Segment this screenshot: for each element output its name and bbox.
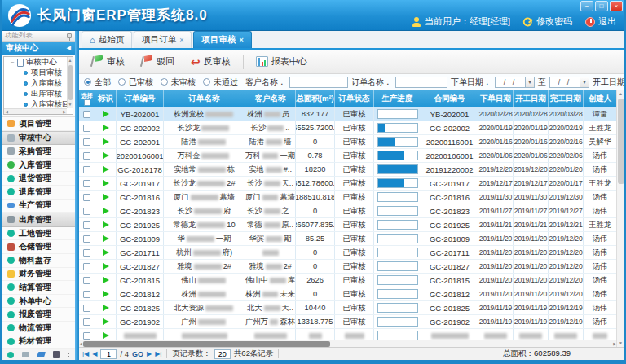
grid-row[interactable]: GC-201809 华一期 华滨期 85.25 已审核 GC-201809 20…: [79, 232, 616, 246]
radio-approved[interactable]: [118, 78, 126, 86]
page-size-input[interactable]: [214, 349, 231, 359]
row-checkbox[interactable]: [83, 125, 90, 132]
scroll-left-icon[interactable]: ◀: [5, 108, 8, 116]
tab-home[interactable]: ⌂ 起始页: [82, 31, 132, 48]
column-header[interactable]: 生产进度: [374, 90, 421, 107]
grid-row[interactable]: GC-202001 陆港 陆港墙 0 已审核 20200116001 2020/…: [79, 135, 616, 149]
reject-button[interactable]: 驳回: [135, 53, 180, 70]
next-page-button[interactable]: ▶: [147, 350, 152, 357]
grid-row[interactable]: GC-201925 常德龙10 常德原.. 266077.835.. 已审核 G…: [79, 218, 616, 232]
logout-button[interactable]: 退出: [585, 15, 616, 28]
grid-row[interactable]: 20200106001 万科金 万科一期 0.78 已审核 2020010600…: [79, 149, 616, 163]
select-all-checkbox[interactable]: [84, 99, 90, 106]
row-checkbox[interactable]: [83, 221, 90, 229]
scroll-thumb[interactable]: [68, 65, 73, 100]
grid-row[interactable]: GC-201815 佛山 佛山中库 2626 已审核 GC-201815 201…: [79, 274, 616, 287]
grid-row[interactable]: GC-2018178 实地常栋 实地#.. 18230 已审核 20191220…: [79, 163, 616, 177]
shortcut-status-icon[interactable]: [7, 352, 14, 358]
scroll-right-icon[interactable]: ▶: [63, 108, 66, 116]
calendar-dropdown-icon[interactable]: ▾: [580, 77, 589, 88]
first-page-button[interactable]: |◀: [82, 350, 89, 357]
sidebar-item-purchase[interactable]: 采购管理: [2, 145, 75, 159]
column-header[interactable]: 订单编号: [117, 90, 164, 107]
shortcut-notes-icon[interactable]: [53, 351, 60, 358]
sidebar-item-inbound[interactable]: 入库管理: [2, 159, 75, 173]
order-name-input[interactable]: [395, 77, 447, 88]
grid-row[interactable]: GC-201823 长沙府 长沙之.. 0 已审核 GC-201823 2019…: [79, 204, 616, 218]
column-header[interactable]: 开工日期: [514, 90, 549, 107]
tree-root[interactable]: − 审核中心: [4, 57, 73, 68]
sidebar-item-warehouse[interactable]: 仓储管理: [2, 240, 75, 254]
grid-row[interactable]: GC-201902 广州 广州万森林 13318.775 已审核 GC-2019…: [79, 315, 616, 329]
calendar-dropdown-icon[interactable]: ▾: [526, 77, 535, 88]
column-header[interactable]: 完工日期: [549, 90, 584, 107]
grid-vertical-scrollbar[interactable]: ▲ ▼: [616, 90, 624, 347]
shortcut-more-icon[interactable]: [68, 353, 69, 354]
tree-vertical-scrollbar[interactable]: ▲ ▼: [67, 57, 73, 108]
tree-expander-icon[interactable]: −: [11, 59, 15, 66]
sidebar-item-audit[interactable]: 审核中心: [2, 131, 75, 146]
row-checkbox[interactable]: [83, 305, 90, 312]
row-checkbox[interactable]: [83, 166, 90, 173]
row-checkbox[interactable]: [83, 152, 90, 160]
approve-button[interactable]: 审核: [86, 53, 130, 70]
tree-item[interactable]: 入库审核: [4, 78, 73, 89]
close-button[interactable]: ×: [610, 1, 623, 11]
report-center-button[interactable]: 报表中心: [250, 53, 313, 70]
column-header[interactable]: 创建人: [584, 90, 616, 107]
grid-row[interactable]: GC-201827 雅境2# 雅境2# 0 已审核 GC-201827 2019…: [79, 260, 616, 274]
sidebar-item-production[interactable]: 生产管理: [2, 200, 75, 213]
sidebar-item-consumables[interactable]: 耗材管理: [2, 335, 75, 349]
sidebar-item-logistics[interactable]: 物流管理: [2, 322, 75, 335]
grid-row[interactable]: GC-201812 株洲 株洲未来 0 已审核 GC-201812 2019/1…: [79, 287, 616, 301]
radio-failed[interactable]: [203, 78, 210, 86]
sidebar-item-site[interactable]: 工地管理: [2, 227, 75, 241]
prev-page-button[interactable]: ◀: [92, 350, 97, 357]
column-header[interactable]: 标识: [95, 90, 117, 107]
grid-row[interactable]: GC-201917 长沙龙2# 长沙天.. 8512.78600.. 已审核 G…: [79, 177, 616, 191]
page-input[interactable]: [100, 349, 117, 359]
tree-item[interactable]: 项目审核: [4, 68, 73, 78]
row-checkbox[interactable]: [83, 291, 90, 298]
scroll-up-icon[interactable]: ▲: [68, 57, 73, 64]
sidebar-item-project[interactable]: 项目管理: [2, 117, 75, 131]
grid-horizontal-scrollbar[interactable]: ◀ ▶: [79, 340, 616, 347]
sidebar-item-outbound[interactable]: 出库管理: [2, 213, 75, 227]
audit-center-panel-header[interactable]: 审核中心 ◀: [2, 42, 75, 55]
row-checkbox[interactable]: [83, 208, 90, 215]
collapse-icon[interactable]: ◀: [67, 45, 71, 51]
row-checkbox[interactable]: [83, 235, 90, 243]
sidebar-item-finance[interactable]: 财务管理: [2, 268, 75, 282]
grid-row[interactable]: GC-201825 北大资源 北大天.. 10440 已审核 GC-201825…: [79, 301, 616, 315]
close-tab-icon[interactable]: ×: [179, 36, 183, 44]
column-header[interactable]: 订单状态: [335, 90, 374, 107]
scroll-down-icon[interactable]: ▼: [619, 340, 623, 347]
sidebar-item-settle[interactable]: 结算管理: [2, 281, 75, 295]
scroll-thumb[interactable]: [618, 99, 624, 184]
tree-item[interactable]: 出库审核: [4, 89, 73, 99]
grid-row[interactable]: GC-201816 厦门幕墙 厦门幕墙 188510.818 已审核 GC-20…: [79, 191, 616, 204]
customer-name-input[interactable]: [289, 77, 348, 88]
column-header[interactable]: 下单日期: [478, 90, 514, 107]
pin-icon[interactable]: [67, 33, 72, 38]
sidebar-item-supplement[interactable]: 补单中心: [2, 295, 75, 309]
row-checkbox[interactable]: [83, 138, 90, 146]
row-checkbox[interactable]: [83, 332, 90, 340]
radio-all[interactable]: [84, 78, 91, 86]
tab-project-audit[interactable]: 项目审核 ×: [193, 31, 251, 48]
shortcut-edit-icon[interactable]: [37, 352, 46, 357]
grid-row[interactable]: GC-201711 杭州府) 0 已审核 GC-201711 2019/11/2…: [79, 246, 616, 260]
row-checkbox[interactable]: [83, 249, 90, 257]
unapprove-button[interactable]: ↩ 反审核: [185, 53, 236, 70]
maximize-button[interactable]: □: [595, 1, 608, 11]
sidebar-item-scrap[interactable]: 报废管理: [2, 308, 75, 322]
row-checkbox[interactable]: [83, 194, 90, 201]
sidebar-item-return-store[interactable]: 退库管理: [2, 186, 75, 200]
row-checkbox[interactable]: [83, 318, 90, 326]
column-header[interactable]: 客户名称: [245, 90, 296, 107]
last-page-button[interactable]: ▶|: [155, 350, 161, 357]
sidebar-item-inventory[interactable]: 物料盘存: [2, 254, 75, 268]
change-password-button[interactable]: 修改密码: [523, 15, 572, 28]
row-checkbox[interactable]: [83, 111, 90, 118]
scroll-down-icon[interactable]: ▼: [68, 101, 73, 108]
